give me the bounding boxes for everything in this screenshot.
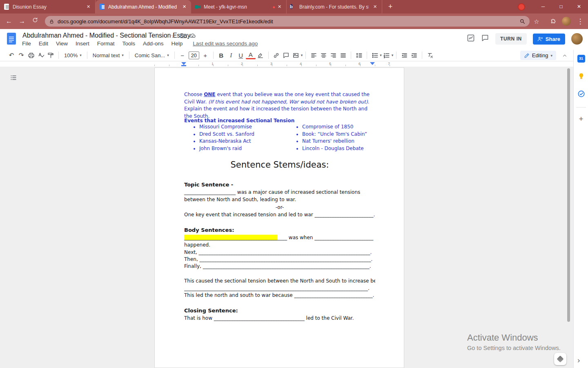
get-addons-plus-icon[interactable]: + (577, 114, 586, 123)
minimize-button[interactable]: ─ (534, 0, 552, 13)
search-icon[interactable] (519, 18, 526, 25)
tab-brainly[interactable]: b Brainly.com - For students. By stu ✕ (287, 0, 382, 13)
paint-format-icon[interactable] (46, 50, 56, 60)
closing-line[interactable]: That is how ____________________________… (184, 315, 375, 322)
close-tab-icon[interactable]: ✕ (372, 3, 379, 10)
redo-icon[interactable]: ↷ (16, 50, 26, 60)
highlight-color-icon[interactable] (256, 50, 265, 60)
tab-active-document[interactable]: Abdulrahman Ahmed - Modified ✕ (96, 0, 191, 13)
menu-format[interactable]: Format (97, 40, 115, 47)
align-right-icon[interactable] (328, 50, 338, 60)
text-color-icon[interactable]: A (246, 51, 256, 59)
star-document-icon[interactable]: ☆ (170, 33, 177, 40)
then-line[interactable]: Then, __________________________________… (184, 256, 375, 263)
mode-select[interactable]: Editing ▾ (520, 51, 556, 60)
add-comment-icon[interactable] (281, 50, 291, 60)
caused-line-2[interactable]: ________________________________________… (184, 285, 375, 292)
body-blank-line[interactable]: ________________________________________… (184, 234, 375, 242)
comment-history-icon[interactable] (481, 34, 489, 44)
activity-dashboard-icon[interactable] (467, 34, 475, 44)
highlighted-blank[interactable]: ______________________________________ (184, 235, 277, 240)
account-avatar[interactable] (571, 33, 583, 45)
next-line[interactable]: Next, __________________________________… (184, 249, 375, 256)
hide-side-panel-chevron-icon[interactable]: › (577, 356, 580, 365)
underline-icon[interactable]: U (236, 50, 246, 60)
events-list-right[interactable]: Compromise of 1850 Book: “Uncle Tom's Ca… (302, 123, 388, 152)
decrease-font-size-icon[interactable]: − (178, 50, 187, 60)
font-size-field[interactable]: 20 (189, 52, 199, 59)
insert-link-icon[interactable] (272, 50, 281, 60)
paragraph-style-select[interactable]: Normal text▾ (90, 52, 126, 58)
increase-font-size-icon[interactable]: + (200, 50, 210, 60)
clear-formatting-icon[interactable] (425, 50, 435, 60)
finally-line[interactable]: Finally, _______________________________… (184, 263, 375, 270)
happened-line[interactable]: happened. (184, 242, 375, 249)
bold-icon[interactable]: B (216, 50, 226, 60)
back-button[interactable]: ← (4, 17, 14, 26)
list-item[interactable]: John Brown's raid (199, 145, 289, 153)
reload-button[interactable] (30, 17, 40, 26)
list-item[interactable]: Nat Turners' rebellion (302, 138, 388, 145)
menu-file[interactable]: File (22, 40, 31, 47)
hide-menus-chevron-icon[interactable] (560, 52, 569, 60)
topic-sentence-line[interactable]: _____________________ was a major cause … (184, 189, 375, 203)
close-tab-icon[interactable]: ✕ (85, 3, 92, 10)
close-tab-icon[interactable]: ✕ (276, 3, 283, 10)
bookmark-star-icon[interactable]: ☆ (532, 17, 541, 26)
topic-sentence-label[interactable]: Topic Sentence - (184, 181, 375, 188)
prompt-paragraph[interactable]: Choose ONE event that you believe was th… (184, 91, 375, 120)
spellcheck-icon[interactable] (36, 50, 46, 60)
numbered-list-icon[interactable] (382, 50, 392, 60)
decrease-indent-icon[interactable] (399, 50, 409, 60)
tab-disunion-essay[interactable]: Disunion Essay ✕ (0, 0, 96, 13)
insert-image-icon[interactable] (291, 50, 301, 60)
browser-menu-kebab-icon[interactable]: ⋮ (576, 17, 585, 26)
caused-line-1[interactable]: This caused the sectional tension betwee… (184, 278, 375, 285)
caret-down-icon[interactable]: ▾ (301, 53, 303, 57)
address-bar[interactable]: docs.google.com/document/d/1q4K_8oIpWbqh… (45, 16, 530, 27)
one-key-event-line[interactable]: One key event that increased tension and… (184, 211, 375, 219)
list-item[interactable]: Compromise of 1850 (302, 123, 388, 131)
keep-icon[interactable] (577, 72, 586, 81)
list-item[interactable]: Missouri Compromise (199, 123, 289, 131)
explore-button[interactable] (554, 353, 566, 365)
menu-insert[interactable]: Insert (76, 40, 89, 47)
print-icon[interactable] (26, 50, 36, 60)
forward-button[interactable]: → (17, 17, 27, 26)
share-button[interactable]: Share (533, 34, 565, 45)
closing-sentence-label[interactable]: Closing Sentence: (184, 307, 375, 314)
list-item[interactable]: Dred Scott vs. Sanford (199, 131, 289, 138)
line-spacing-icon[interactable] (354, 50, 364, 60)
cloud-saved-icon[interactable] (189, 33, 196, 40)
tasks-icon[interactable] (577, 89, 586, 98)
maximize-button[interactable]: □ (552, 0, 570, 13)
document-title[interactable]: Abdulrahman Ahmed - Modified - Sectional… (22, 32, 190, 39)
browser-profile-avatar[interactable] (562, 17, 571, 26)
close-window-button[interactable]: ✕ (570, 0, 588, 13)
align-center-icon[interactable] (318, 50, 328, 60)
caret-down-icon[interactable]: ▾ (392, 53, 394, 57)
menu-addons[interactable]: Add-ons (143, 40, 163, 47)
last-edit-link[interactable]: Last edit was seconds ago (193, 40, 258, 47)
menu-help[interactable]: Help (171, 40, 183, 47)
show-outline-icon[interactable] (10, 74, 17, 81)
close-tab-icon[interactable]: ✕ (181, 3, 188, 10)
left-margin-marker[interactable] (181, 65, 186, 66)
zoom-select[interactable]: 100%▾ (62, 52, 84, 58)
events-list-left[interactable]: Missouri Compromise Dred Scott vs. Sanfo… (199, 123, 289, 152)
calendar-icon[interactable]: 31 (577, 54, 586, 63)
tab-meet[interactable]: Meet - yfk-kgvr-msn ● ✕ (191, 0, 287, 13)
increase-indent-icon[interactable] (409, 50, 419, 60)
stems-heading[interactable]: Sentence Stems/ideas: (155, 160, 405, 170)
docs-home-icon[interactable] (7, 33, 16, 47)
list-item[interactable]: Lincoln - Douglas Debate (302, 145, 388, 153)
turn-in-button[interactable]: TURN IN (495, 33, 527, 45)
bulleted-list-icon[interactable] (370, 50, 380, 60)
menu-edit[interactable]: Edit (39, 40, 48, 47)
or-divider[interactable]: -or- (184, 204, 375, 211)
menu-view[interactable]: View (56, 40, 68, 47)
italic-icon[interactable]: I (226, 50, 236, 60)
vertical-scrollbar[interactable] (567, 68, 570, 322)
document-page[interactable]: Choose ONE event that you believe was th… (154, 67, 404, 368)
new-tab-button[interactable]: + (385, 1, 396, 13)
